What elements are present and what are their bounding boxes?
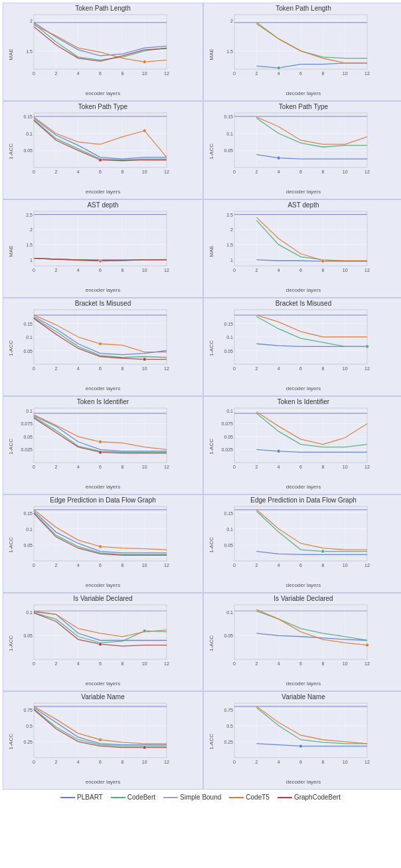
svg-point-210: [99, 440, 102, 443]
svg-text:1.5: 1.5: [26, 243, 33, 247]
svg-text:8: 8: [321, 71, 324, 76]
chart-title-tpl-dec: Token Path Length: [204, 3, 401, 12]
svg-text:1.5: 1.5: [26, 49, 33, 54]
legend-item-graphcodebert: GraphCodeBert: [278, 794, 341, 801]
svg-text:10: 10: [142, 563, 147, 568]
legend-label: CodeT5: [246, 794, 270, 801]
svg-text:4: 4: [77, 563, 80, 568]
svg-text:12: 12: [364, 71, 370, 76]
svg-text:0.15: 0.15: [23, 511, 33, 516]
svg-text:0.1: 0.1: [26, 335, 33, 340]
svg-text:4: 4: [278, 169, 280, 174]
svg-point-325: [366, 643, 369, 647]
svg-text:4: 4: [77, 169, 80, 174]
svg-text:0.1: 0.1: [226, 335, 233, 340]
svg-text:0: 0: [33, 71, 35, 76]
svg-text:12: 12: [364, 366, 370, 371]
svg-text:8: 8: [121, 563, 123, 568]
svg-text:0.075: 0.075: [221, 421, 233, 426]
legend-item-plbart: PLBART: [60, 794, 103, 801]
svg-text:8: 8: [121, 661, 123, 666]
svg-point-161: [99, 342, 102, 346]
svg-text:2.5: 2.5: [226, 213, 233, 217]
x-label-edfg-enc: encoder layers: [86, 582, 120, 588]
svg-text:4: 4: [77, 760, 80, 764]
chart-tii-dec: Token Is Identifier 1-ACC 0.0250.050.075…: [203, 396, 401, 494]
svg-text:0.05: 0.05: [23, 435, 33, 439]
y-label-vn-dec: 1-ACC: [208, 736, 214, 750]
svg-area-tpt-dec: 0.050.10.15024681012: [213, 110, 401, 186]
y-label-tii-enc: 1-ACC: [8, 441, 14, 455]
chart-ivd-enc: Is Variable Declared 1-ACC 0.050.1024681…: [3, 593, 203, 691]
y-label-edfg-dec: 1-ACC: [208, 540, 214, 553]
svg-text:10: 10: [142, 760, 147, 764]
svg-text:0.25: 0.25: [224, 740, 233, 744]
svg-area-ast-enc: 11.522.5024681012: [13, 209, 201, 284]
svg-text:12: 12: [164, 268, 169, 272]
svg-area-tii-dec: 0.0250.050.0750.1024681012: [213, 405, 401, 481]
svg-point-211: [99, 451, 102, 454]
svg-text:1.5: 1.5: [226, 49, 233, 54]
svg-point-64: [143, 129, 146, 132]
svg-text:10: 10: [142, 71, 147, 76]
y-label-edfg-enc: 1-ACC: [8, 540, 14, 553]
svg-area-tpt-enc: 0.050.10.15024681012: [13, 110, 201, 186]
svg-text:0: 0: [233, 563, 236, 568]
svg-area-tpl-enc: 1.52024681012: [13, 12, 201, 88]
svg-text:0.75: 0.75: [224, 708, 233, 712]
svg-text:0: 0: [33, 465, 35, 469]
y-label-bim-enc: 1-ACC: [8, 343, 14, 356]
svg-text:12: 12: [364, 268, 370, 272]
svg-text:8: 8: [121, 760, 123, 764]
chart-title-tpl-enc: Token Path Length: [3, 3, 202, 12]
y-label-vn-enc: 1-ACC: [8, 736, 14, 750]
svg-area-bim-dec: 0.050.10.15024681012: [213, 307, 401, 383]
svg-text:0.75: 0.75: [23, 708, 33, 712]
svg-text:12: 12: [164, 465, 169, 469]
legend-item-codet5: CodeT5: [229, 794, 270, 801]
svg-area-vn-enc: 0.250.50.75024681012: [13, 701, 201, 776]
legend-line: [60, 797, 75, 798]
svg-area-tpl-dec: 1.52024681012: [213, 12, 401, 88]
svg-text:2: 2: [54, 71, 57, 76]
svg-text:4: 4: [278, 268, 280, 272]
svg-text:0: 0: [33, 760, 35, 764]
chart-tpt-dec: Token Path Type 1-ACC 0.050.10.150246810…: [203, 101, 401, 199]
svg-text:0: 0: [233, 465, 236, 469]
svg-text:2: 2: [54, 465, 57, 469]
svg-text:6: 6: [299, 760, 302, 764]
svg-point-304: [99, 643, 102, 646]
x-label-bim-dec: decoder layers: [286, 385, 321, 391]
chart-title-tii-dec: Token Is Identifier: [204, 397, 401, 405]
svg-text:0.25: 0.25: [23, 740, 33, 744]
legend-label: GraphCodeBert: [294, 794, 341, 801]
svg-point-348: [99, 738, 102, 741]
svg-text:2: 2: [255, 71, 258, 76]
svg-text:1.5: 1.5: [226, 243, 233, 247]
svg-point-88: [277, 156, 280, 160]
svg-text:0: 0: [233, 760, 236, 764]
svg-text:12: 12: [164, 71, 169, 76]
svg-text:2: 2: [54, 760, 57, 764]
y-label-tii-dec: 1-ACC: [208, 441, 214, 455]
svg-text:6: 6: [99, 760, 102, 764]
svg-text:0.15: 0.15: [224, 114, 233, 119]
svg-text:0.5: 0.5: [226, 724, 233, 728]
svg-text:10: 10: [142, 268, 147, 272]
svg-text:12: 12: [364, 465, 370, 469]
legend-line: [163, 797, 178, 798]
svg-text:12: 12: [164, 760, 169, 764]
chart-title-tpt-dec: Token Path Type: [204, 102, 401, 110]
svg-text:0: 0: [33, 366, 35, 371]
chart-ivd-dec: Is Variable Declared 1-ACC 0.050.1024681…: [203, 593, 401, 691]
x-label-tpt-enc: encoder layers: [86, 189, 120, 195]
svg-text:0.1: 0.1: [26, 132, 33, 136]
x-label-tpl-dec: decoder layers: [286, 90, 321, 96]
svg-text:6: 6: [299, 661, 302, 666]
x-label-tii-enc: encoder layers: [86, 484, 120, 490]
svg-text:6: 6: [299, 71, 302, 76]
legend-line: [229, 797, 244, 798]
svg-text:6: 6: [99, 268, 102, 272]
chart-title-vn-enc: Variable Name: [3, 692, 202, 701]
svg-text:10: 10: [142, 465, 147, 469]
